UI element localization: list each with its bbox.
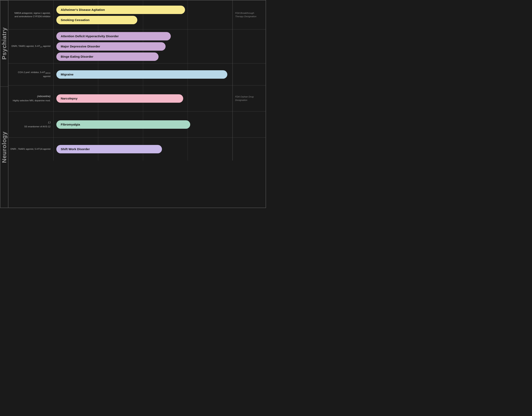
neurology-label: Neurology — [0, 86, 8, 208]
row-shift-work: DNRI , TAAR1 agonist, 5-HT1A agonist Shi… — [9, 138, 266, 161]
desc-text-narcolepsy: Highly selective NRI, dopamine mod. — [10, 99, 50, 102]
pill-migraine: Migraine — [56, 70, 227, 79]
desc-adhd: DNRI, TAAR1 agonist, 5-HT1A agonist — [9, 29, 54, 63]
pills-alzheimers: Alzheimer's Disease Agitation Smoking Ce… — [54, 0, 233, 29]
pill-fibromyalgia: Fibromyalgia — [56, 120, 190, 129]
pill-adhd: Attention Deficit Hyperactivity Disorder — [56, 32, 171, 40]
annotation-empty-2 — [233, 29, 266, 63]
pill-smoking-cessation: Smoking Cessation — [56, 16, 137, 24]
desc-text-adhd: DNRI, TAAR1 agonist, 5-HT1A agonist — [10, 44, 50, 48]
annotation-empty-5 — [233, 112, 266, 137]
desc-text-migraine: COX-2 pref. inhibitor, 5-HT1B/1D agonist — [10, 71, 50, 78]
desc-shift-work: DNRI , TAAR1 agonist, 5-HT1A agonist — [9, 138, 54, 161]
desc-narcolepsy: (reboxetine) Highly selective NRI, dopam… — [9, 85, 54, 111]
pills-migraine: Migraine — [54, 64, 233, 85]
row-migraine: COX-2 pref. inhibitor, 5-HT1B/1D agonist… — [9, 64, 266, 85]
desc-alzheimers: NMDA antagonist, sigma-1 agonist, and am… — [9, 0, 54, 29]
pills-narcolepsy: Narcolepsy — [54, 85, 233, 111]
annotation-orphan: FDA Orphan Drug Designation — [233, 85, 266, 111]
desc-fibromyalgia: ( ) SS enantiomer of AXS-12 — [9, 112, 54, 137]
pill-mdd: Major Depressive Disorder — [56, 42, 166, 51]
pills-shift-work: Shift Work Disorder — [54, 138, 233, 161]
row-narcolepsy: (reboxetine) Highly selective NRI, dopam… — [9, 85, 266, 112]
row-fibromyalgia: ( ) SS enantiomer of AXS-12 Fibromyalgia — [9, 112, 266, 138]
desc-text-fibromyalgia: SS enantiomer of AXS-12 — [10, 125, 50, 128]
pill-alzheimers-agitation: Alzheimer's Disease Agitation — [56, 6, 185, 14]
pills-fibromyalgia: Fibromyalgia — [54, 112, 233, 137]
annotation-empty-6 — [233, 138, 266, 161]
desc-italic-fibromyalgia: ( ) — [10, 121, 50, 124]
desc-text-alzheimers: NMDA antagonist, sigma-1 agonist, and am… — [10, 11, 50, 19]
pill-shift-work: Shift Work Disorder — [56, 145, 162, 153]
pill-bed: Binge Eating Disorder — [56, 52, 158, 61]
pill-narcolepsy: Narcolepsy — [56, 94, 183, 103]
rows-wrapper: NMDA antagonist, sigma-1 agonist, and am… — [9, 0, 266, 208]
row-alzheimers: NMDA antagonist, sigma-1 agonist, and am… — [9, 0, 266, 29]
desc-italic-narcolepsy: (reboxetine) — [10, 95, 50, 98]
pills-adhd: Attention Deficit Hyperactivity Disorder… — [54, 29, 233, 63]
vertical-labels-column: Psychiatry Neurology — [0, 0, 9, 208]
psychiatry-label: Psychiatry — [0, 0, 8, 86]
desc-text-shift-work: DNRI , TAAR1 agonist, 5-HT1A agonist — [10, 147, 50, 151]
row-adhd: DNRI, TAAR1 agonist, 5-HT1A agonist Atte… — [9, 29, 266, 64]
annotation-breakthrough: FDA Breakthrough Therapy Designation — [233, 0, 266, 29]
desc-migraine: COX-2 pref. inhibitor, 5-HT1B/1D agonist — [9, 64, 54, 85]
annotation-empty-3 — [233, 64, 266, 85]
